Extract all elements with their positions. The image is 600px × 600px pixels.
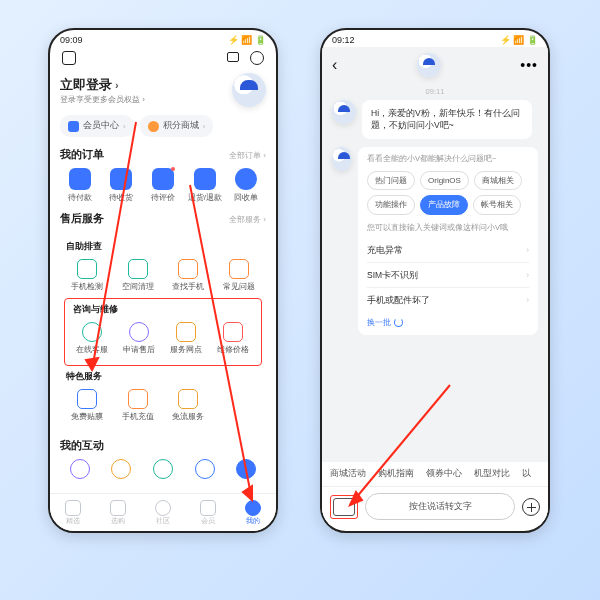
apply-aftersale[interactable]: 申请售后 <box>117 322 162 355</box>
order-pending-receive[interactable]: 待收货 <box>102 168 141 203</box>
q-sim[interactable]: SIM卡不识别› <box>367 262 529 287</box>
phone-left: 09:09 ⚡ 📶 🔋 立即登录› 登录享受更多会员权益 › 会员中心 <box>48 28 278 533</box>
q-charging[interactable]: 充电异常› <box>367 238 529 262</box>
phone-right: 09:12 ⚡ 📶 🔋 ‹ ••• 09:11 Hi，亲爱的V粉，新年快乐！有什… <box>320 28 550 533</box>
interact-3[interactable] <box>143 459 182 481</box>
coin-icon <box>148 121 159 132</box>
tag-more[interactable]: 以 <box>522 468 531 480</box>
order-pending-pay[interactable]: 待付款 <box>60 168 99 203</box>
avatar-icon[interactable] <box>232 73 266 107</box>
bot-avatar-icon <box>332 100 356 124</box>
chip-account[interactable]: 帐号相关 <box>473 195 521 215</box>
chip-fault[interactable]: 产品故障 <box>420 195 468 215</box>
greeting-row: Hi，亲爱的V粉，新年快乐！有什么问题，不妨问问小V吧~ <box>322 100 548 147</box>
order-refund[interactable]: 退货/退款 <box>185 168 224 203</box>
tag-compare[interactable]: 机型对比 <box>474 468 510 480</box>
voice-input[interactable]: 按住说话转文字 <box>365 493 515 520</box>
plus-icon[interactable] <box>522 498 540 516</box>
tab-community[interactable]: 社区 <box>143 500 184 526</box>
after-more[interactable]: 全部服务 › <box>229 214 266 225</box>
back-icon[interactable]: ‹ <box>332 56 337 74</box>
tab-member[interactable]: 会员 <box>188 500 229 526</box>
free-data[interactable]: 免流服务 <box>164 389 212 422</box>
points-mall-pill[interactable]: 积分商城 › <box>140 115 214 137</box>
tab-bar: 精选 选购 社区 会员 我的 <box>50 493 276 531</box>
status-time: 09:12 <box>332 35 355 45</box>
orders-more[interactable]: 全部订单 › <box>229 150 266 161</box>
tab-featured[interactable]: 精选 <box>52 500 93 526</box>
keyboard-highlight <box>330 495 358 519</box>
login-title[interactable]: 立即登录› <box>60 76 145 94</box>
consult-title: 咨询与维修 <box>73 303 257 316</box>
interact-title: 我的互动 <box>60 438 104 453</box>
tab-mine[interactable]: 我的 <box>233 500 274 526</box>
login-subtitle: 登录享受更多会员权益 › <box>60 94 145 105</box>
chip-originos[interactable]: OriginOS <box>420 171 469 191</box>
service-point[interactable]: 服务网点 <box>164 322 209 355</box>
bot-intro: 看看全能的小V都能解决什么问题吧~ <box>367 154 529 165</box>
hint-text: 您可以直接输入关键词或像这样问小V哦 <box>367 223 529 234</box>
chip-function[interactable]: 功能操作 <box>367 195 415 215</box>
capabilities-row: 看看全能的小V都能解决什么问题吧~ 热门问题 OriginOS 商城相关 功能操… <box>322 147 548 343</box>
interact-4[interactable] <box>185 459 224 481</box>
status-bar: 09:09 ⚡ 📶 🔋 <box>50 30 276 47</box>
bot-avatar-icon <box>332 147 352 171</box>
free-film[interactable]: 免费贴膜 <box>63 389 111 422</box>
order-recycle[interactable]: 回收单 <box>227 168 266 203</box>
orders-title: 我的订单 <box>60 147 104 162</box>
greeting-bubble: Hi，亲爱的V粉，新年快乐！有什么问题，不妨问问小V吧~ <box>362 100 532 139</box>
status-right: ⚡ 📶 🔋 <box>500 35 538 45</box>
input-bar: 按住说话转文字 <box>322 486 548 526</box>
repair-price[interactable]: 维修价格 <box>211 322 256 355</box>
keyboard-icon[interactable] <box>333 498 355 516</box>
more-icon[interactable]: ••• <box>520 57 538 73</box>
chip-hot[interactable]: 热门问题 <box>367 171 415 191</box>
interact-1[interactable] <box>60 459 99 481</box>
message-icon[interactable] <box>250 51 264 65</box>
settings-hex-icon[interactable] <box>62 51 76 65</box>
special-title: 特色服务 <box>66 370 264 383</box>
after-title: 售后服务 <box>60 211 104 226</box>
tab-shop[interactable]: 选购 <box>97 500 138 526</box>
find-phone[interactable]: 查找手机 <box>164 259 212 292</box>
interact-5[interactable] <box>227 459 266 481</box>
order-pending-review[interactable]: 待评价 <box>143 168 182 203</box>
interact-2[interactable] <box>102 459 141 481</box>
orders-row: 待付款 待收货 待评价 退货/退款 回收单 <box>60 168 266 203</box>
phone-check[interactable]: 手机检测 <box>63 259 111 292</box>
online-service[interactable]: 在线客服 <box>70 322 115 355</box>
tag-coupon[interactable]: 领券中心 <box>426 468 462 480</box>
q-broken[interactable]: 手机或配件坏了› <box>367 287 529 312</box>
space-clean[interactable]: 空间清理 <box>114 259 162 292</box>
status-time: 09:09 <box>60 35 83 45</box>
self-check-title: 自助排查 <box>66 240 264 253</box>
chat-timestamp: 09:11 <box>322 87 548 96</box>
consult-repair-highlight: 咨询与维修 在线客服 申请售后 服务网点 维修价格 <box>64 298 262 366</box>
member-center-pill[interactable]: 会员中心 › <box>60 115 134 137</box>
tag-strip[interactable]: 商城活动 购机指南 领券中心 机型对比 以 <box>322 462 548 486</box>
status-right: ⚡ 📶 🔋 <box>228 35 266 45</box>
tag-guide[interactable]: 购机指南 <box>378 468 414 480</box>
status-bar: 09:12 ⚡ 📶 🔋 <box>322 30 548 47</box>
refresh-icon <box>394 318 403 327</box>
faq[interactable]: 常见问题 <box>215 259 263 292</box>
refresh-button[interactable]: 换一批 <box>367 317 403 329</box>
cart-icon[interactable] <box>226 51 240 65</box>
diamond-icon <box>68 121 79 132</box>
tag-activity[interactable]: 商城活动 <box>330 468 366 480</box>
chip-mall[interactable]: 商城相关 <box>474 171 522 191</box>
bot-avatar-icon <box>417 53 441 77</box>
phone-recharge[interactable]: 手机充值 <box>114 389 162 422</box>
